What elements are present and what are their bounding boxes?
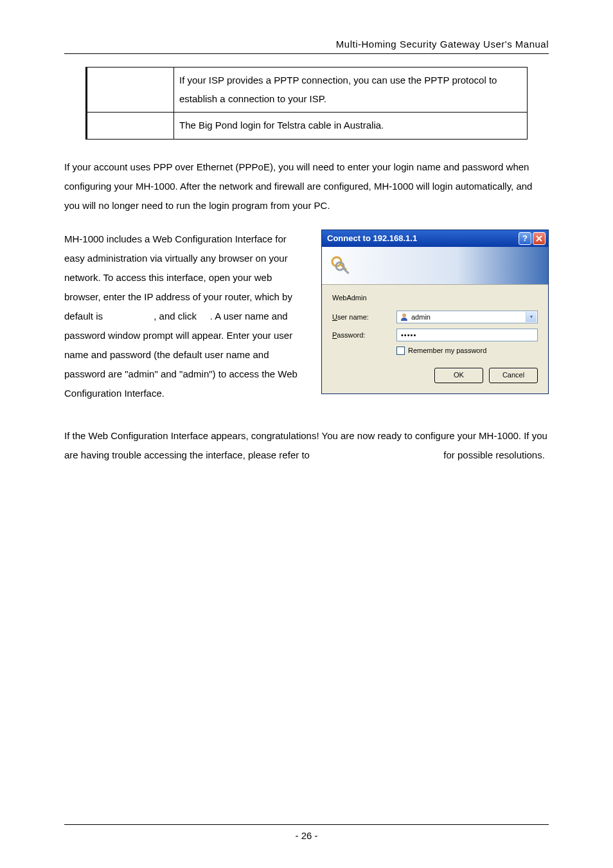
header-title: Multi-Homing Security Gateway User's Man… — [64, 39, 549, 50]
cell-desc-2: The Big Pond login for Telstra cable in … — [174, 113, 528, 140]
connection-types-table: If your ISP provides a PPTP connection, … — [85, 67, 528, 140]
remember-label: Remember my password — [408, 347, 486, 354]
page-number: - 26 - — [64, 830, 549, 841]
close-button[interactable] — [533, 232, 546, 245]
cell-type-1 — [87, 68, 174, 113]
table-row: If your ISP provides a PPTP connection, … — [87, 68, 528, 113]
ok-button[interactable]: OK — [434, 368, 483, 383]
auth-dialog: Connect to 192.168.1.1 ? — [321, 230, 549, 394]
footer-rule — [64, 824, 549, 825]
keys-icon — [330, 255, 351, 276]
paragraph-pppoe: If your account uses PPP over Ethernet (… — [64, 158, 549, 215]
password-input[interactable]: ••••• — [396, 329, 538, 341]
cancel-button[interactable]: Cancel — [489, 368, 538, 383]
dialog-titlebar: Connect to 192.168.1.1 ? — [322, 230, 548, 247]
svg-point-4 — [402, 313, 406, 317]
chevron-down-icon[interactable]: ▾ — [526, 312, 537, 322]
username-combo[interactable]: admin ▾ — [396, 311, 538, 323]
realm-label: WebAdmin — [332, 294, 538, 302]
cell-desc-1: If your ISP provides a PPTP connection, … — [174, 68, 528, 113]
paragraph-congrats: If the Web Configuration Interface appea… — [64, 426, 549, 465]
password-label: Password: — [332, 331, 396, 339]
help-button[interactable]: ? — [519, 232, 531, 245]
header-rule — [64, 53, 549, 54]
username-label: User name: — [332, 313, 396, 321]
table-row: The Big Pond login for Telstra cable in … — [87, 113, 528, 140]
close-icon — [536, 235, 542, 242]
cell-type-2 — [87, 113, 174, 140]
password-value: ••••• — [401, 331, 416, 339]
dialog-banner — [322, 247, 548, 285]
user-icon — [400, 312, 409, 321]
username-value: admin — [411, 313, 431, 321]
remember-checkbox[interactable] — [396, 347, 405, 355]
dialog-title: Connect to 192.168.1.1 — [327, 233, 417, 243]
